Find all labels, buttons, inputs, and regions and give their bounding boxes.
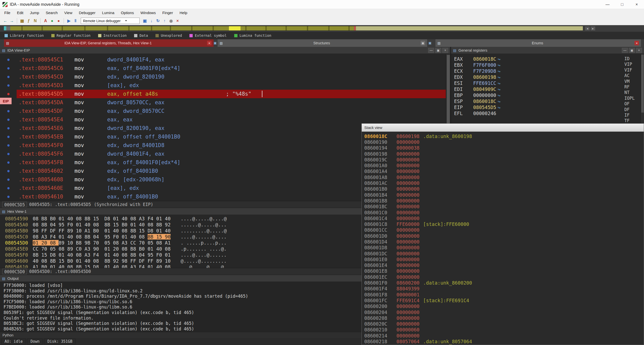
back-icon[interactable]: ← (2, 18, 9, 24)
menu-help[interactable]: Help (176, 9, 191, 17)
menu-debugger[interactable]: Debugger (76, 9, 99, 17)
suspend-process-icon[interactable]: ● (55, 18, 62, 24)
jump-to-address-icon[interactable]: ↪ (498, 87, 501, 92)
stack-row[interactable]: 086001FCFFE691C4[stack]:FFE691C4 (362, 297, 644, 303)
jump-to-address-icon[interactable]: ↪ (498, 56, 501, 62)
stack-row[interactable]: 086001AC00000000 (362, 180, 644, 186)
register-row[interactable]: EBXF7F6F000↪ (451, 62, 500, 68)
disasm-line[interactable]: .text:080545DFmoveax, dword_80570CC (0, 107, 450, 115)
stack-row[interactable]: 086001F488049399 (362, 286, 644, 292)
window-restore-icon[interactable]: ▣ (214, 41, 217, 45)
panel-close-icon[interactable]: × (442, 48, 448, 53)
minimize-button[interactable]: — (600, 0, 615, 9)
stack-rows[interactable]: 0860018C08600198.data:unk_86001980860019… (362, 133, 644, 345)
register-row[interactable]: ECXF7F209D8↪ (451, 68, 500, 74)
register-row[interactable]: EBP00000000↪ (451, 92, 500, 98)
stack-row[interactable]: 086001EC00000000 (362, 274, 644, 280)
panel-minimize-icon[interactable]: — (428, 48, 434, 53)
jump-to-address-icon[interactable]: ↪ (498, 68, 501, 74)
stack-row[interactable]: 0860018C08600198.data:unk_8600198 (362, 133, 644, 139)
stack-row[interactable]: 086001A400000000 (362, 168, 644, 174)
menu-view[interactable]: View (61, 9, 75, 17)
disasm-line[interactable]: .text:080545D5moveax, offset a48s; "%48s… (0, 90, 450, 98)
registers-panel-titlebar[interactable]: ▤ General registers — ▣ × (451, 47, 644, 54)
menu-jump[interactable]: Jump (27, 9, 43, 17)
stack-row[interactable]: 086001E000000000 (362, 256, 644, 262)
jump-to-address-icon[interactable]: ↪ (498, 99, 501, 104)
close-icon[interactable]: × (634, 41, 639, 45)
stack-row[interactable]: 0860020400000000 (362, 309, 644, 315)
functions-window-icon[interactable]: ƒ (25, 18, 32, 24)
scrollbar-thumb[interactable] (447, 55, 450, 128)
remote-session-icon[interactable]: ▣ (142, 18, 148, 24)
scrollbar-thumb[interactable] (641, 55, 644, 113)
stack-row[interactable]: 086001B000000000 (362, 186, 644, 192)
stack-row[interactable]: 0860021000000060 (362, 327, 644, 333)
stop-debugger-icon[interactable]: × (174, 18, 181, 24)
menu-windows[interactable]: Windows (137, 9, 159, 17)
stack-row[interactable]: 0860021400000000 (362, 333, 644, 338)
stack-row[interactable]: 086001C000000000 (362, 210, 644, 215)
step-over-icon[interactable]: ↻ (155, 18, 161, 24)
stack-row[interactable]: 086001CC00000000 (362, 227, 644, 233)
restore-icon[interactable]: ▣ (421, 41, 425, 45)
stack-row[interactable]: 0860020C00000000 (362, 321, 644, 327)
register-row[interactable]: EIP080545D5↪ (451, 104, 500, 110)
stack-row[interactable]: 086001E800000000 (362, 268, 644, 274)
resume-process-icon[interactable]: ● (49, 18, 55, 24)
stack-row[interactable]: 0860019800000000 (362, 151, 644, 157)
stack-row[interactable]: 086001A000000000 (362, 162, 644, 168)
stack-row[interactable]: 0860020800000000 (362, 315, 644, 321)
disasm-panel-titlebar[interactable]: ▤ IDA View-EIP — ▣ × (0, 47, 450, 54)
stack-row[interactable]: 086001E400000000 (362, 262, 644, 268)
jump-to-address-icon[interactable]: ↪ (498, 105, 501, 110)
maximize-button[interactable]: □ (615, 0, 629, 9)
menu-edit[interactable]: Edit (14, 9, 27, 17)
stack-row[interactable]: 086001B800000000 (362, 198, 644, 203)
stack-row[interactable]: 0860021808057064.data:unk_8057064 (362, 338, 644, 344)
stack-row[interactable]: 0860019000000000 (362, 139, 644, 145)
stack-row[interactable]: 086001F008600200.data:unk_8600200 (362, 280, 644, 286)
jump-to-address-icon[interactable]: ↪ (498, 75, 501, 80)
tab-structures[interactable]: ▤ Structures ▣ (218, 39, 427, 47)
segments-window-icon[interactable]: ▦ (19, 18, 25, 24)
navigation-band-strip[interactable] (4, 26, 583, 31)
menu-file[interactable]: File (1, 9, 14, 17)
register-row[interactable]: EDI0804909C↪ (451, 86, 500, 92)
register-row[interactable]: ESP0860018C↪ (451, 98, 500, 104)
stack-row[interactable]: 086001BC00000000 (362, 204, 644, 210)
stack-row[interactable]: 0860019400000038 (362, 145, 644, 151)
disasm-line[interactable]: .text:080545C1movdword_84001F4, eax (0, 55, 450, 64)
menu-search[interactable]: Search (43, 9, 61, 17)
menu-options[interactable]: Options (118, 9, 137, 17)
stack-row[interactable]: 0860019C00000000 (362, 157, 644, 162)
stack-view-titlebar[interactable]: Stack view (362, 124, 644, 132)
stack-row[interactable]: 086001DC00000000 (362, 251, 644, 256)
breakpoints-list-icon[interactable]: ◉ (168, 18, 174, 24)
menu-lumina[interactable]: Lumina (99, 9, 117, 17)
stack-view-window[interactable]: Stack view 0860018C08600198.data:unk_860… (361, 123, 644, 345)
register-row[interactable]: ESIFFE691CC↪ (451, 80, 500, 86)
register-row[interactable]: EDX08600198↪ (451, 74, 500, 80)
navigation-band[interactable]: ◂ ▸ (0, 25, 644, 32)
panel-close-icon[interactable]: × (636, 48, 642, 53)
strings-window-icon[interactable]: A (42, 18, 49, 24)
nav-left-arrow-icon[interactable]: ◂ (585, 26, 590, 30)
panel-restore-icon[interactable]: ▣ (629, 48, 635, 53)
stack-row[interactable]: 086001A800000000 (362, 174, 644, 180)
panel-minimize-icon[interactable]: — (622, 48, 628, 53)
stack-row[interactable]: 086001C400000000 (362, 215, 644, 221)
stack-row[interactable]: 086001D400000000 (362, 239, 644, 245)
debugger-backend-select[interactable]: Remote Linux debugger (81, 18, 140, 24)
jump-to-address-icon[interactable]: ↪ (498, 93, 501, 98)
disasm-line[interactable]: .text:080545E4moveax, eax (0, 115, 450, 124)
step-into-icon[interactable]: ↓ (148, 18, 155, 24)
stack-row[interactable]: 086001D800000000 (362, 245, 644, 251)
disasm-line[interactable]: .text:080545D3mov[eax], edx (0, 81, 450, 90)
register-row[interactable]: EFL00000246 (451, 110, 500, 116)
close-icon[interactable]: × (207, 41, 212, 45)
stack-row[interactable]: 086001B400000000 (362, 192, 644, 198)
disasm-line[interactable]: .text:080545DAmovdword_80570CC, eax (0, 98, 450, 107)
tab-enums[interactable]: ▤ Enums × (435, 39, 641, 47)
tab-ida-view-group[interactable]: ▤ IDA View-EIP, General registers, Threa… (4, 39, 214, 47)
